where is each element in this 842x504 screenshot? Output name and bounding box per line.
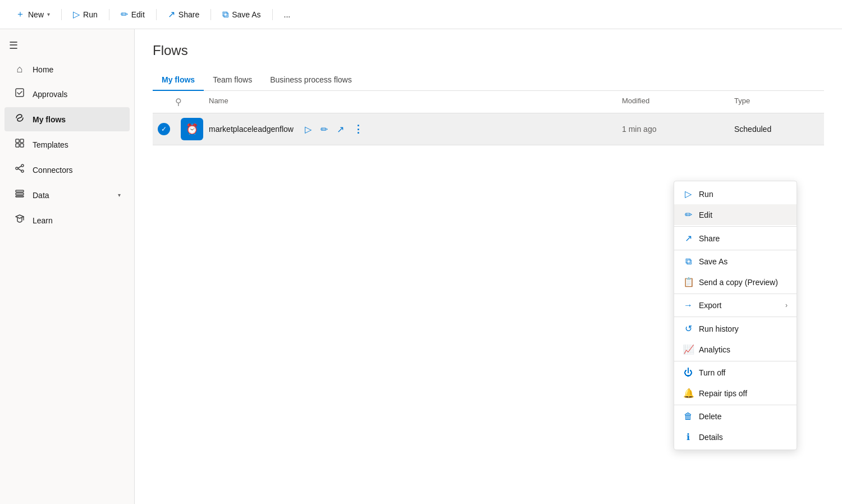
flows-table: ⚲ Name Modified Type ✓ ⏰ marketplacelead… bbox=[153, 91, 824, 145]
tab-team-flows[interactable]: Team flows bbox=[204, 70, 261, 91]
sidebar-item-my-flows[interactable]: My flows bbox=[4, 107, 130, 131]
context-divider-4 bbox=[674, 317, 797, 317]
context-menu-analytics[interactable]: 📈 Analytics bbox=[674, 339, 797, 360]
svg-rect-1 bbox=[16, 139, 19, 143]
share-button[interactable]: ↗ Share bbox=[161, 6, 206, 23]
row-name-cell: marketplaceleadgenflow ▷ ✏ ↗ ⋮ bbox=[209, 121, 622, 138]
separator-4 bbox=[210, 9, 211, 20]
context-menu-run-history[interactable]: ↺ Run history bbox=[674, 318, 797, 339]
sidebar-item-connectors[interactable]: Connectors bbox=[4, 158, 130, 182]
my-flows-icon bbox=[13, 113, 26, 126]
svg-rect-0 bbox=[16, 89, 24, 97]
save-as-button[interactable]: ⧉ Save As bbox=[216, 6, 267, 23]
row-more-button[interactable]: ⋮ bbox=[351, 121, 366, 138]
data-chevron-icon: ▾ bbox=[118, 192, 121, 198]
plus-icon: ＋ bbox=[16, 8, 25, 20]
header-name-label: Name bbox=[209, 97, 622, 107]
context-menu: ▷ Run ✏ Edit ↗ Share ⧉ Save As 📋 Send a … bbox=[674, 181, 797, 450]
context-share-icon: ↗ bbox=[683, 233, 693, 244]
context-run-history-icon: ↺ bbox=[683, 323, 693, 334]
flow-type: Scheduled bbox=[734, 125, 771, 134]
home-icon: ⌂ bbox=[13, 63, 26, 75]
context-run-icon: ▷ bbox=[683, 189, 693, 199]
header-checkbox-col bbox=[153, 97, 175, 107]
learn-icon bbox=[13, 214, 26, 227]
svg-rect-11 bbox=[16, 193, 24, 195]
context-menu-edit[interactable]: ✏ Edit bbox=[674, 204, 797, 225]
svg-point-5 bbox=[16, 167, 18, 169]
context-divider-2 bbox=[674, 250, 797, 250]
table-row: ✓ ⏰ marketplaceleadgenflow ▷ ✏ ↗ ⋮ 1 min… bbox=[153, 113, 824, 145]
data-icon bbox=[13, 189, 26, 201]
row-checkbox[interactable]: ✓ bbox=[153, 123, 175, 135]
row-edit-button[interactable]: ✏ bbox=[318, 122, 330, 137]
sidebar-item-learn[interactable]: Learn bbox=[4, 208, 130, 232]
share-icon: ↗ bbox=[168, 9, 175, 20]
sidebar-item-data[interactable]: Data ▾ bbox=[4, 183, 130, 207]
svg-rect-10 bbox=[16, 190, 24, 192]
context-menu-delete[interactable]: 🗑 Delete bbox=[674, 406, 797, 427]
run-button[interactable]: ▷ Run bbox=[66, 6, 104, 23]
context-menu-export[interactable]: → Export › bbox=[674, 295, 797, 315]
context-send-copy-icon: 📋 bbox=[683, 277, 693, 287]
sidebar-item-approvals[interactable]: Approvals bbox=[4, 82, 130, 106]
sidebar: ☰ ⌂ Home Approvals My flows bbox=[0, 29, 135, 504]
header-modified-label: Modified bbox=[622, 97, 734, 107]
header-type-label: Type bbox=[734, 97, 824, 107]
sidebar-item-home[interactable]: ⌂ Home bbox=[4, 58, 130, 81]
page-title: Flows bbox=[153, 43, 824, 58]
svg-rect-2 bbox=[20, 139, 24, 143]
svg-point-6 bbox=[21, 164, 24, 167]
context-menu-turn-off[interactable]: ⏻ Turn off bbox=[674, 363, 797, 383]
context-details-icon: ℹ bbox=[683, 432, 693, 442]
svg-rect-12 bbox=[16, 196, 24, 197]
edit-icon: ✏ bbox=[121, 9, 128, 20]
context-divider-3 bbox=[674, 294, 797, 294]
context-menu-details[interactable]: ℹ Details bbox=[674, 427, 797, 447]
context-delete-icon: 🗑 bbox=[683, 411, 693, 421]
templates-icon bbox=[13, 138, 26, 151]
edit-button[interactable]: ✏ Edit bbox=[114, 6, 152, 23]
context-divider-6 bbox=[674, 405, 797, 405]
context-menu-repair-tips[interactable]: 🔔 Repair tips off bbox=[674, 383, 797, 404]
context-analytics-icon: 📈 bbox=[683, 344, 693, 355]
context-divider-5 bbox=[674, 361, 797, 361]
row-share-button[interactable]: ↗ bbox=[335, 122, 346, 137]
svg-point-7 bbox=[21, 170, 24, 172]
flow-name: marketplaceleadgenflow bbox=[209, 125, 294, 134]
context-repair-tips-icon: 🔔 bbox=[683, 388, 693, 398]
row-run-button[interactable]: ▷ bbox=[303, 122, 314, 137]
flow-icon: ⏰ bbox=[181, 118, 203, 140]
sidebar-item-templates[interactable]: Templates bbox=[4, 132, 130, 157]
tabs-container: My flows Team flows Business process flo… bbox=[153, 70, 824, 91]
separator-2 bbox=[109, 9, 109, 20]
row-actions: ▷ ✏ ↗ ⋮ bbox=[303, 121, 366, 138]
connectors-icon bbox=[13, 163, 26, 176]
pin-icon: ⚲ bbox=[175, 97, 182, 107]
more-button[interactable]: ... bbox=[277, 7, 298, 22]
context-edit-icon: ✏ bbox=[683, 209, 693, 220]
row-flow-icon-cell: ⏰ bbox=[175, 118, 209, 140]
context-menu-save-as[interactable]: ⧉ Save As bbox=[674, 251, 797, 272]
content-area: Flows My flows Team flows Business proce… bbox=[135, 29, 842, 504]
separator-5 bbox=[272, 9, 273, 20]
separator-3 bbox=[156, 9, 157, 20]
context-menu-share[interactable]: ↗ Share bbox=[674, 228, 797, 249]
hamburger-button[interactable]: ☰ bbox=[0, 34, 134, 57]
svg-rect-3 bbox=[16, 144, 19, 147]
check-icon: ✓ bbox=[158, 123, 170, 135]
header-name-col: ⚲ bbox=[175, 97, 209, 107]
tab-business-process[interactable]: Business process flows bbox=[261, 70, 361, 91]
separator-1 bbox=[61, 9, 62, 20]
table-header: ⚲ Name Modified Type bbox=[153, 91, 824, 113]
context-menu-send-copy[interactable]: 📋 Send a copy (Preview) bbox=[674, 272, 797, 292]
tab-my-flows[interactable]: My flows bbox=[153, 70, 204, 91]
flow-modified: 1 min ago bbox=[622, 125, 656, 134]
context-divider-1 bbox=[674, 226, 797, 227]
new-button[interactable]: ＋ New ▾ bbox=[9, 5, 57, 24]
context-menu-run[interactable]: ▷ Run bbox=[674, 184, 797, 204]
approvals-icon bbox=[13, 88, 26, 100]
row-type-cell: Scheduled bbox=[734, 125, 824, 134]
toolbar: ＋ New ▾ ▷ Run ✏ Edit ↗ Share ⧉ Save As .… bbox=[0, 0, 842, 29]
context-turn-off-icon: ⏻ bbox=[683, 368, 693, 378]
